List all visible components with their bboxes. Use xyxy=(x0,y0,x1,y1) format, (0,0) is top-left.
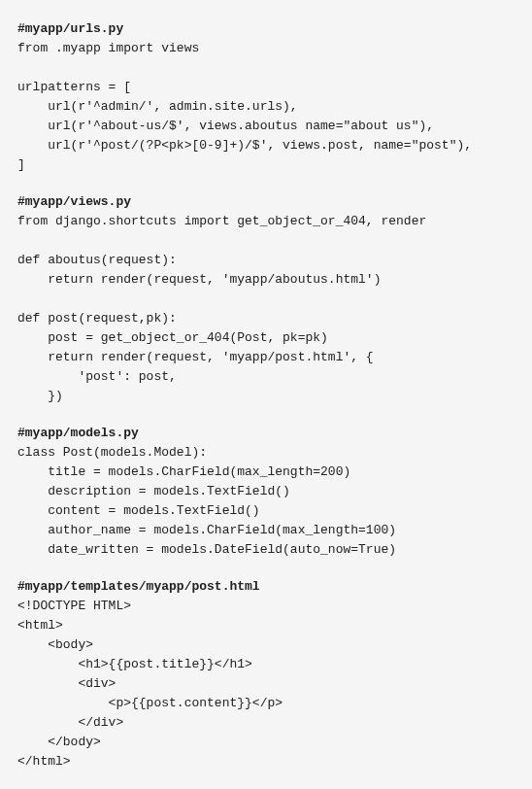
code-content: <!DOCTYPE HTML> <html> <body> <h1>{{post… xyxy=(17,597,515,772)
section-models: #myapp/models.py class Post(models.Model… xyxy=(17,424,515,560)
code-document: #myapp/urls.py from .myapp import views … xyxy=(17,19,515,772)
section-urls: #myapp/urls.py from .myapp import views … xyxy=(17,19,515,175)
section-views: #myapp/views.py from django.shortcuts im… xyxy=(17,192,515,406)
section-heading: #myapp/models.py xyxy=(17,424,515,443)
section-heading: #myapp/views.py xyxy=(17,192,515,212)
section-template: #myapp/templates/myapp/post.html <!DOCTY… xyxy=(17,577,515,772)
code-content: class Post(models.Model): title = models… xyxy=(17,443,515,560)
section-heading: #myapp/urls.py xyxy=(17,19,515,39)
code-content: from django.shortcuts import get_object_… xyxy=(17,212,515,406)
section-heading: #myapp/templates/myapp/post.html xyxy=(17,577,515,597)
code-content: from .myapp import views urlpatterns = [… xyxy=(17,39,515,175)
